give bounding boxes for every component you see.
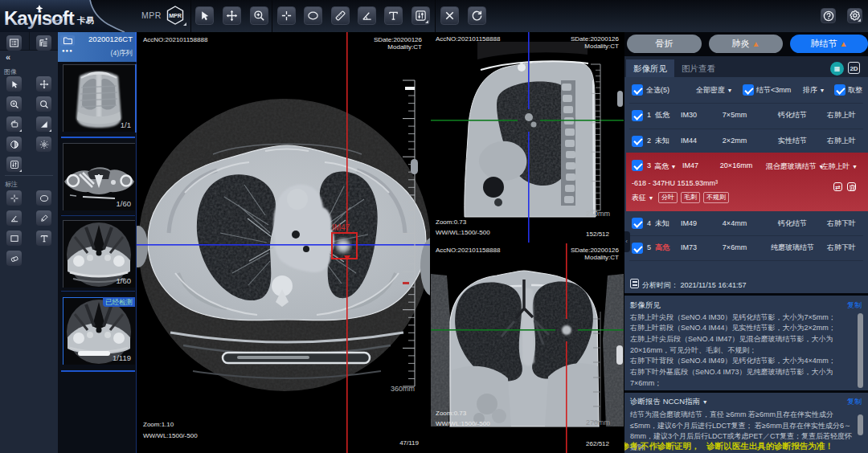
svg-text:卡易: 卡易 [76, 15, 94, 25]
svg-text:270mm: 270mm [586, 418, 610, 426]
svg-text:360mm: 360mm [391, 385, 415, 393]
svg-text:MPR: MPR [169, 13, 182, 18]
svg-text:270mm: 270mm [586, 210, 610, 218]
svg-text:IM47: IM47 [332, 223, 350, 232]
